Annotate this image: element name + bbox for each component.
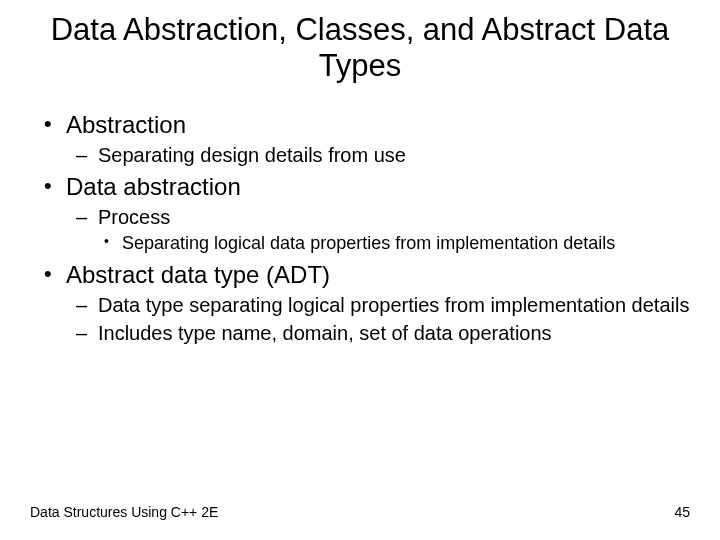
sub-bullet: Data type separating logical properties … bbox=[66, 293, 690, 317]
sub-bullet: Process Separating logical data properti… bbox=[66, 205, 690, 255]
sub-list: Separating design details from use bbox=[66, 143, 690, 167]
bullet-adt: Abstract data type (ADT) Data type separ… bbox=[38, 261, 690, 345]
footer-left: Data Structures Using C++ 2E bbox=[30, 504, 218, 520]
sub-bullet-text: Separating design details from use bbox=[98, 144, 406, 166]
sub-bullet-text: Includes type name, domain, set of data … bbox=[98, 322, 552, 344]
sub-list: Data type separating logical properties … bbox=[66, 293, 690, 345]
slide-container: Data Abstraction, Classes, and Abstract … bbox=[0, 0, 720, 540]
sub-bullet: Includes type name, domain, set of data … bbox=[66, 321, 690, 345]
sub-bullet: Separating design details from use bbox=[66, 143, 690, 167]
slide-title: Data Abstraction, Classes, and Abstract … bbox=[30, 12, 690, 83]
sub-sub-bullet: Separating logical data properties from … bbox=[98, 233, 690, 255]
bullet-text: Abstract data type (ADT) bbox=[66, 261, 330, 288]
bullet-abstraction: Abstraction Separating design details fr… bbox=[38, 111, 690, 167]
footer-page-number: 45 bbox=[674, 504, 690, 520]
bullet-data-abstraction: Data abstraction Process Separating logi… bbox=[38, 173, 690, 255]
slide-footer: Data Structures Using C++ 2E 45 bbox=[30, 504, 690, 520]
sub-sub-list: Separating logical data properties from … bbox=[98, 233, 690, 255]
bullet-text: Abstraction bbox=[66, 111, 186, 138]
bullet-list: Abstraction Separating design details fr… bbox=[38, 111, 690, 345]
sub-list: Process Separating logical data properti… bbox=[66, 205, 690, 255]
sub-bullet-text: Process bbox=[98, 206, 170, 228]
sub-bullet-text: Data type separating logical properties … bbox=[98, 294, 689, 316]
slide-content: Abstraction Separating design details fr… bbox=[30, 111, 690, 345]
bullet-text: Data abstraction bbox=[66, 173, 241, 200]
sub-sub-bullet-text: Separating logical data properties from … bbox=[122, 233, 615, 253]
